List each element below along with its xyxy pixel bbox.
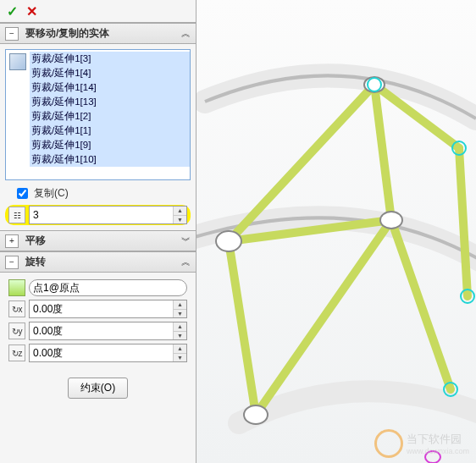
angle-y-row: ↻y ▲▼ xyxy=(5,320,191,342)
reference-icon xyxy=(8,279,25,296)
copy-row: 复制(C) xyxy=(5,180,191,205)
chevron-up-icon[interactable]: ︽ xyxy=(181,256,191,268)
translate-title: 平移 xyxy=(25,234,46,248)
rotate-header[interactable]: − 旋转 ︽ xyxy=(0,251,196,273)
svg-line-7 xyxy=(459,148,468,296)
angle-x-row: ↻x ▲▼ xyxy=(5,298,191,320)
angle-z-input[interactable]: ▲▼ xyxy=(29,344,187,362)
count-row: ☷ ▲ ▼ xyxy=(5,205,191,225)
reference-input[interactable] xyxy=(29,279,187,296)
bodies-title: 要移动/复制的实体 xyxy=(25,26,109,41)
bodies-body: 剪裁/延伸1[3] 剪裁/延伸1[4] 剪裁/延伸1[14] 剪裁/延伸1[13… xyxy=(0,44,196,230)
chevron-up-icon[interactable]: ︽ xyxy=(181,27,191,40)
rotate-toggle[interactable]: − xyxy=(5,256,19,269)
angle-y-field[interactable] xyxy=(30,322,173,339)
list-item[interactable]: 剪裁/延伸1[9] xyxy=(30,138,190,152)
angle-x-icon: ↻x xyxy=(8,300,25,317)
list-item[interactable]: 剪裁/延伸1[13] xyxy=(30,95,190,109)
bodies-header[interactable]: − 要移动/复制的实体 ︽ xyxy=(0,23,196,44)
list-item[interactable]: 剪裁/延伸1[2] xyxy=(30,109,190,124)
copy-checkbox[interactable] xyxy=(17,188,28,199)
angle-x-input[interactable]: ▲▼ xyxy=(29,300,187,318)
spin-down-icon[interactable]: ▼ xyxy=(174,216,186,224)
bodies-list[interactable]: 剪裁/延伸1[3] 剪裁/延伸1[4] 剪裁/延伸1[14] 剪裁/延伸1[13… xyxy=(5,49,191,180)
model-geometry xyxy=(196,0,476,463)
list-item[interactable]: 剪裁/延伸1[14] xyxy=(30,80,190,95)
translate-toggle[interactable]: + xyxy=(5,234,19,248)
spin-up-icon[interactable]: ▲ xyxy=(174,300,186,310)
rotate-body: ↻x ▲▼ ↻y ▲▼ ↻z ▲▼ xyxy=(0,273,196,369)
constraint-button[interactable]: 约束(O) xyxy=(68,378,128,399)
property-panel: ✓ ✕ − 要移动/复制的实体 ︽ 剪裁/延伸1[3] 剪裁/延伸1[4] 剪裁… xyxy=(0,0,196,463)
angle-z-field[interactable] xyxy=(30,344,173,361)
copy-label: 复制(C) xyxy=(34,186,69,201)
translate-header[interactable]: + 平移 ︾ xyxy=(0,230,196,251)
bodies-toggle[interactable]: − xyxy=(5,27,19,41)
spin-up-icon[interactable]: ▲ xyxy=(174,322,186,332)
angle-z-icon: ↻z xyxy=(8,344,25,361)
list-item[interactable]: 剪裁/延伸1[3] xyxy=(30,52,190,66)
constraint-row: 约束(O) xyxy=(0,369,196,407)
watermark-text: 当下软件园 xyxy=(407,432,469,447)
cube-icon xyxy=(9,53,26,70)
viewport[interactable]: 当下软件园 www.downxia.com xyxy=(196,0,476,463)
spin-down-icon[interactable]: ▼ xyxy=(174,310,186,318)
list-item[interactable]: 剪裁/延伸1[1] xyxy=(30,124,190,138)
list-item[interactable]: 剪裁/延伸1[4] xyxy=(30,66,190,80)
svg-point-10 xyxy=(380,212,402,229)
watermark-url: www.downxia.com xyxy=(407,447,469,455)
cancel-icon[interactable]: ✕ xyxy=(26,3,37,19)
watermark-logo-icon xyxy=(374,429,403,458)
spin-up-icon[interactable]: ▲ xyxy=(174,207,186,216)
svg-line-2 xyxy=(374,85,391,220)
svg-point-11 xyxy=(244,405,268,424)
ok-icon[interactable]: ✓ xyxy=(7,3,18,19)
reference-row xyxy=(5,278,191,298)
spin-down-icon[interactable]: ▼ xyxy=(174,354,186,362)
angle-y-icon: ↻y xyxy=(8,322,25,339)
count-icon: ☷ xyxy=(8,207,25,223)
rotate-title: 旋转 xyxy=(25,255,46,269)
svg-line-4 xyxy=(229,241,256,415)
angle-y-input[interactable]: ▲▼ xyxy=(29,322,187,340)
svg-point-8 xyxy=(216,231,241,251)
count-field[interactable] xyxy=(30,207,173,223)
spin-up-icon[interactable]: ▲ xyxy=(174,344,186,354)
watermark: 当下软件园 www.downxia.com xyxy=(374,429,469,458)
angle-x-field[interactable] xyxy=(30,300,173,317)
panel-header: ✓ ✕ xyxy=(0,0,196,23)
count-input[interactable]: ▲ ▼ xyxy=(29,206,187,224)
chevron-down-icon[interactable]: ︾ xyxy=(181,234,191,247)
spin-down-icon[interactable]: ▼ xyxy=(174,332,186,340)
list-item[interactable]: 剪裁/延伸1[10] xyxy=(30,152,190,167)
angle-z-row: ↻z ▲▼ xyxy=(5,342,191,364)
